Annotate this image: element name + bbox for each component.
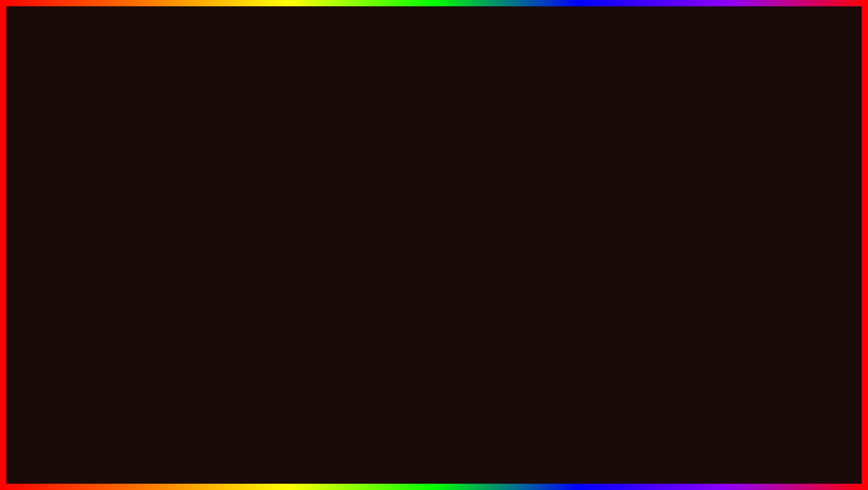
candy-farm-row-left: Candy Farm	[158, 235, 296, 247]
autofarm-row: AutoFarm	[158, 154, 296, 167]
auto-haki-row: Auto Haki	[423, 233, 562, 245]
panel-left-header: SKYAS HUB Blox Fruits	[89, 129, 303, 149]
panel-right-content: Multi Quest Candy Farm Select Enemy - ∨ …	[417, 149, 568, 320]
select-quest-arrow-icon: ∨	[292, 170, 296, 177]
bottom-container: UPDATE XMAS SCRIPT PASTEBIN	[0, 432, 868, 479]
autofarm-selected-quest-label: Autofarm Selected Quest	[158, 198, 218, 204]
bring-mobs-toggle[interactable]	[556, 210, 562, 216]
autofarm-selected-quest-toggle[interactable]	[291, 198, 296, 204]
word-script: SCRIPT	[430, 438, 559, 477]
sidebar-item-shop-right[interactable]: Shop	[354, 203, 416, 216]
autofarm-selected-enemy-row: Autofarm Selected Enemy	[423, 194, 562, 207]
panel-left-subtitle: Blox Fruits	[95, 142, 296, 147]
sidebar-item-credits-right[interactable]: Credits	[354, 254, 416, 266]
autofarm-selected-enemy-toggle[interactable]	[556, 197, 562, 203]
select-quest-enemy-arrow-icon: ∨	[292, 184, 296, 191]
panel-left-title: SKYAS HUB	[95, 134, 296, 142]
candy-farm-right-row: Candy Farm	[423, 167, 562, 180]
sidebar-item-players-esp-right[interactable]: Players - ESP	[354, 228, 416, 241]
word-pastebin: PASTEBIN	[566, 438, 741, 477]
candy-badge: BEST CANDY FARM	[717, 121, 841, 177]
sidebar-item-teleport-right[interactable]: Teleport	[354, 216, 416, 228]
word-xmas: XMAS	[303, 432, 423, 479]
auto-haki-label: Auto Haki	[423, 236, 447, 242]
multi-quest-row: Multi Quest	[158, 222, 296, 235]
select-quest-enemy-row[interactable]: Select Quest Enemy - ∨	[158, 181, 296, 195]
panel-right-subtitle: Blox Fruits	[360, 142, 562, 147]
candy-farm-toggle-left[interactable]	[291, 238, 296, 244]
sidebar-item-credits-left[interactable]: Credits	[89, 254, 151, 266]
multi-quest-toggle[interactable]	[291, 225, 296, 231]
candy-farm-label-left: Candy Farm	[158, 238, 188, 244]
sidebar-item-points-left[interactable]: Points	[89, 241, 151, 254]
multi-quest-right-label: Multi Quest	[423, 157, 451, 163]
candy-farm-right-label: Candy Farm	[423, 170, 453, 176]
panel-left-body: Main Raids Misc Fruits Shop Teleport Pla…	[89, 149, 303, 320]
panel-right-body: Main Raids Misc Fruits Shop Teleport Pla…	[354, 149, 568, 320]
super-attack-row: Super Attack	[423, 220, 562, 233]
sidebar-item-shop-left[interactable]: Shop	[89, 203, 151, 216]
sidebar-item-raids-left[interactable]: Raids	[89, 165, 151, 178]
autofarm-selected-enemy-label: Autofarm Selected Enemy	[423, 197, 486, 203]
sidebar-item-raids-right[interactable]: Raids	[354, 165, 416, 178]
sidebar-item-fruits-left[interactable]: Fruits	[89, 191, 151, 203]
main-title: BLOX FRUITS	[177, 9, 692, 90]
panel-right-header: SKYAS HUB Blox Fruits	[354, 129, 568, 149]
panel-left-sidebar: Main Raids Misc Fruits Shop Teleport Pla…	[89, 149, 152, 320]
select-enemy-row[interactable]: Select Enemy - ∨	[423, 180, 562, 194]
sidebar-item-misc-left[interactable]: Misc	[89, 178, 151, 191]
sidebar-item-players-esp-left[interactable]: Players - ESP	[89, 228, 151, 241]
autofarm-selected-quest-row: Autofarm Selected Quest	[158, 195, 296, 208]
sidebar-icon-right: ≡	[354, 268, 416, 282]
panel-left-content: AutoFarm Select Quest - ∨ Select Quest E…	[152, 149, 303, 320]
auto-haki-toggle[interactable]	[556, 236, 562, 242]
multi-quest-right-row: Multi Quest	[423, 154, 562, 167]
sidebar-item-main-right[interactable]: Main	[354, 153, 416, 165]
select-enemy-arrow-icon: ∨	[557, 183, 562, 190]
character-right	[659, 74, 839, 388]
sidebar-item-misc-right[interactable]: Misc	[354, 178, 416, 191]
sidebar-item-fruits-right[interactable]: Fruits	[354, 191, 416, 203]
select-enemy-label: Select Enemy -	[423, 183, 460, 190]
bring-mobs-label: Bring Mobs	[423, 210, 451, 216]
candy-farm-toggle-right[interactable]	[556, 170, 562, 176]
bring-mobs-row: Bring Mobs	[423, 207, 562, 220]
sidebar-icon-left: ≡	[89, 268, 151, 282]
super-attack-toggle[interactable]	[556, 223, 562, 229]
refresh-quests-button[interactable]: Refresh Quests	[158, 208, 296, 222]
word-update: UPDATE	[127, 432, 295, 479]
sidebar-item-main-left[interactable]: Main	[89, 153, 151, 165]
bottom-text: UPDATE XMAS SCRIPT PASTEBIN	[127, 432, 741, 479]
panel-right: SKYAS HUB Blox Fruits Main Raids Misc Fr…	[353, 128, 569, 321]
sidebar-item-teleport-left[interactable]: Teleport	[89, 216, 151, 228]
select-quest-row[interactable]: Select Quest - ∨	[158, 167, 296, 181]
autofarm-toggle[interactable]	[291, 157, 296, 163]
candy-badge-farm: FARM	[727, 144, 831, 171]
panel-right-title: SKYAS HUB	[360, 134, 562, 142]
sidebar-item-points-right[interactable]: Points	[354, 241, 416, 254]
title-container: BLOX FRUITS	[0, 9, 868, 90]
select-quest-label: Select Quest -	[158, 170, 192, 177]
refresh-quests-top-label: Refresh Quests	[577, 133, 612, 138]
multi-quest-label: Multi Quest	[158, 225, 185, 231]
panel-left: SKYAS HUB Blox Fruits Main Raids Misc Fr…	[88, 128, 304, 321]
autofarm-label: AutoFarm	[158, 157, 182, 163]
panel-right-sidebar: Main Raids Misc Fruits Shop Teleport Pla…	[354, 149, 417, 320]
super-attack-label: Super Attack	[423, 223, 454, 229]
select-quest-enemy-label: Select Quest Enemy -	[158, 184, 210, 191]
